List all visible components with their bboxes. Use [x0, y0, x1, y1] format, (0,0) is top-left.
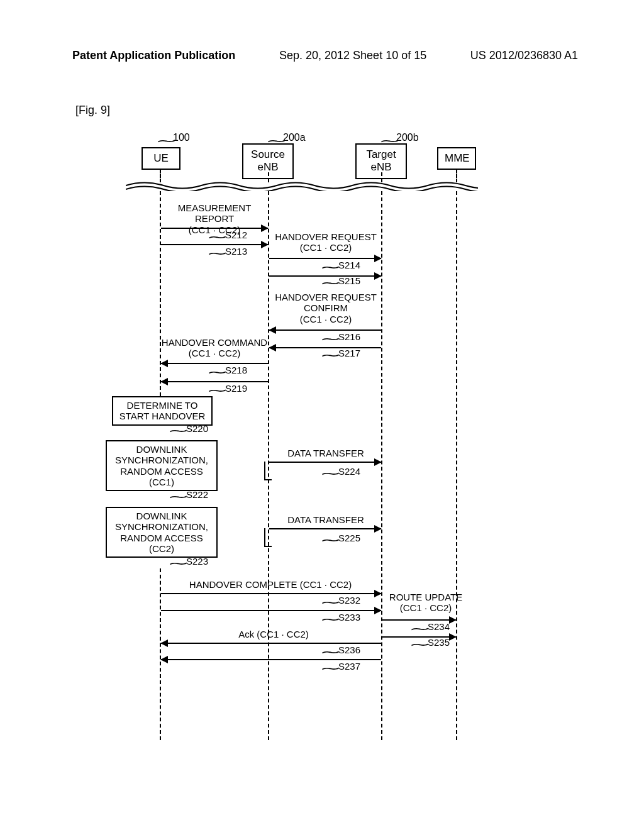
step-s232: S232 — [338, 595, 360, 606]
step-s235: S235 — [428, 637, 450, 648]
msg-handover-request-confirm: HANDOVER REQUEST CONFIRM (CC1 · CC2) — [270, 292, 381, 324]
arrow-s225 — [269, 528, 381, 529]
msg-handover-request: HANDOVER REQUEST (CC1 · CC2) — [270, 231, 381, 253]
actor-target-l2: eNB — [370, 161, 391, 173]
actor-ue: UE — [142, 147, 180, 170]
step-s222: S222 — [186, 489, 208, 500]
actor-source-l2: eNB — [257, 161, 278, 173]
header-right: US 2012/0236830 A1 — [470, 49, 578, 62]
wavy-break-icon — [126, 180, 478, 191]
msg-ack: Ack (CC1 · CC2) — [195, 629, 352, 639]
arrow-s224 — [269, 462, 381, 463]
actor-source-l1: Source — [251, 148, 285, 160]
arrow-s233 — [161, 610, 381, 611]
step-s219: S219 — [225, 383, 247, 394]
header-left: Patent Application Publication — [72, 49, 235, 62]
actor-target-l1: Target — [366, 148, 396, 160]
step-s217: S217 — [338, 348, 360, 358]
figure-label: [Fig. 9] — [75, 104, 110, 117]
step-s224: S224 — [338, 466, 360, 477]
bracket-icon — [264, 462, 272, 480]
step-s216: S216 — [338, 331, 360, 342]
msg-data-transfer-2: DATA TRANSFER — [270, 514, 381, 525]
step-s213: S213 — [225, 246, 247, 257]
ref-ue: 100 — [173, 132, 190, 143]
step-s220: S220 — [186, 423, 208, 434]
arrow-s232 — [161, 593, 381, 594]
step-s236: S236 — [338, 645, 360, 655]
msg-handover-complete: HANDOVER COMPLETE (CC1 · CC2) — [170, 579, 371, 590]
arrow-s236 — [161, 643, 381, 644]
bracket-icon — [264, 528, 272, 547]
msg-route-update: ROUTE UPDATE (CC1 · CC2) — [385, 592, 467, 614]
step-s225: S225 — [338, 533, 360, 543]
step-s234: S234 — [428, 621, 450, 632]
step-s214: S214 — [338, 260, 360, 270]
actor-mme-label: MME — [445, 152, 470, 164]
step-s212: S212 — [225, 230, 247, 240]
page-header: Patent Application Publication Sep. 20, … — [0, 0, 644, 62]
step-s215: S215 — [338, 275, 360, 286]
actor-ue-label: UE — [153, 152, 169, 164]
header-center: Sep. 20, 2012 Sheet 10 of 15 — [279, 49, 426, 62]
msg-handover-command: HANDOVER COMMAND (CC1 · CC2) — [160, 337, 269, 359]
ref-source: 200a — [283, 132, 306, 143]
sequence-diagram: ∼ 100 ∼ 200a ∼ 200b UE Source eNB Target… — [101, 132, 591, 761]
arrow-s237 — [161, 659, 381, 660]
process-determine: DETERMINE TO START HANDOVER — [112, 396, 213, 426]
step-s237: S237 — [338, 661, 360, 672]
actor-mme: MME — [437, 147, 476, 170]
step-s223: S223 — [186, 556, 208, 567]
ref-target: 200b — [396, 132, 419, 143]
msg-data-transfer-1: DATA TRANSFER — [270, 448, 381, 458]
lifeline-mme — [456, 191, 457, 740]
step-s218: S218 — [225, 365, 247, 375]
process-downlink-cc2: DOWNLINK SYNCHRONIZATION, RANDOM ACCESS … — [106, 507, 218, 558]
step-s233: S233 — [338, 612, 360, 622]
process-downlink-cc1: DOWNLINK SYNCHRONIZATION, RANDOM ACCESS … — [106, 440, 218, 491]
